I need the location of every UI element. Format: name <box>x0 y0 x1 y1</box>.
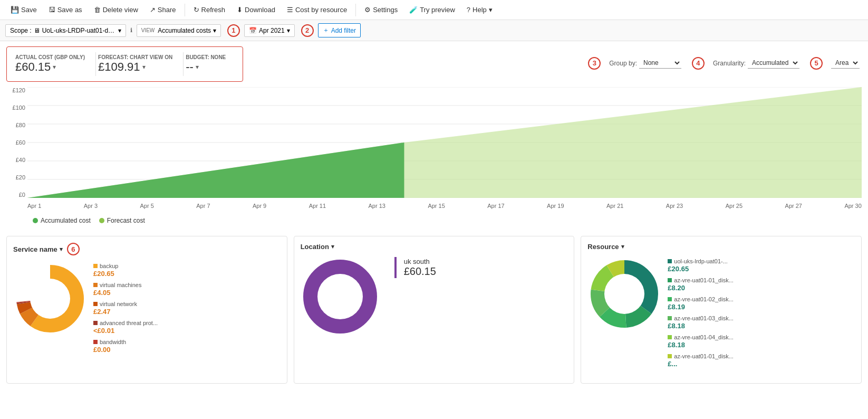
actual-cost-value: £60.15 <box>15 60 51 74</box>
actual-cost-item: ACTUAL COST (GBP ONLY) £60.15 ▾ <box>13 52 96 76</box>
list-item: virtual machines £4.05 <box>93 281 281 297</box>
help-button[interactable]: ? Help ▾ <box>461 3 498 16</box>
chart-legend: Accumulated cost Forecast cost <box>6 214 862 230</box>
refresh-icon: ↻ <box>194 6 199 14</box>
list-item: virtual network £2.47 <box>93 300 281 316</box>
resource-panel: Resource ▾ uol-uks-lrdp-uat01-... <box>581 236 862 384</box>
scope-label: Scope : <box>10 27 32 34</box>
service-panel-header[interactable]: Service name ▾ 6 <box>13 243 281 255</box>
resource-donut-chart <box>587 257 661 332</box>
flask-icon: 🧪 <box>409 6 418 14</box>
location-panel-title: Location <box>301 243 329 251</box>
location-legend: uk south £60.15 <box>386 257 436 278</box>
chevron-down-icon[interactable]: ▾ <box>142 63 146 71</box>
x-axis: Apr 1 Apr 3 Apr 5 Apr 7 Apr 9 Apr 11 Apr… <box>27 198 862 214</box>
calendar-icon: 📅 <box>249 27 257 34</box>
chart-container: £120 £100 £80 £60 £40 £20 £0 <box>0 87 868 230</box>
group-by-select[interactable]: None Resource Service <box>639 58 681 69</box>
scope-icon: 🖥 <box>34 27 40 34</box>
list-item: backup £20.65 <box>93 262 281 278</box>
scope-selector[interactable]: Scope : 🖥 UoL-uks-LRDP-uat01-dev-In ▾ <box>5 24 126 37</box>
location-panel-content: uk south £60.15 <box>301 257 568 338</box>
budget-item: BUDGET: NONE -- ▾ <box>184 52 236 76</box>
chevron-down-icon[interactable]: ▾ <box>53 63 56 71</box>
svg-point-14 <box>30 279 70 319</box>
resource-panel-title: Resource <box>587 243 619 251</box>
annotation-2: 2 <box>301 24 314 37</box>
share-button[interactable]: ↗ Share <box>144 3 181 16</box>
settings-button[interactable]: ⚙ Settings <box>359 3 403 16</box>
bottom-panels: Service name ▾ 6 backup £20.65 <box>0 230 868 390</box>
svg-marker-8 <box>27 142 404 198</box>
gear-icon: ⚙ <box>364 6 371 14</box>
annotation-5: 5 <box>810 57 823 70</box>
chevron-down-icon: ▾ <box>213 27 216 34</box>
resource-legend: uol-uks-lrdp-uat01-... £20.65 az-vre-uat… <box>668 257 855 371</box>
chevron-down-icon: ▾ <box>621 243 624 250</box>
list-item: bandwidth £0.00 <box>93 338 281 354</box>
svg-point-16 <box>317 274 363 319</box>
date-selector[interactable]: 📅 Apr 2021 ▾ <box>244 24 295 37</box>
group-by-label: Group by: <box>609 60 637 67</box>
delete-view-button[interactable]: 🗑 Delete view <box>89 3 143 16</box>
save-as-button[interactable]: 🖫 Save as <box>43 3 88 16</box>
svg-point-23 <box>604 274 644 314</box>
try-preview-button[interactable]: 🧪 Try preview <box>404 3 460 16</box>
chart-plot <box>27 87 862 198</box>
save-button[interactable]: 💾 Save <box>5 3 42 16</box>
save-as-icon: 🖫 <box>49 6 55 14</box>
annotation-4: 4 <box>692 57 705 70</box>
share-icon: ↗ <box>150 6 156 14</box>
location-panel: Location ▾ uk south £60.15 <box>294 236 575 384</box>
chart-type-select[interactable]: Area Line Bar <box>831 58 860 69</box>
annotation-6: 6 <box>67 243 80 255</box>
granularity-label: Granularity: <box>713 60 746 67</box>
location-panel-header[interactable]: Location ▾ <box>301 243 568 251</box>
chart-area: £120 £100 £80 £60 £40 £20 £0 <box>6 87 862 214</box>
resource-panel-header[interactable]: Resource ▾ <box>587 243 855 251</box>
chevron-down-icon: ▾ <box>118 27 121 34</box>
scope-bar: Scope : 🖥 UoL-uks-LRDP-uat01-dev-In ▾ ℹ … <box>0 20 868 41</box>
y-axis: £120 £100 £80 £60 £40 £20 £0 <box>6 87 27 198</box>
chevron-down-icon: ▾ <box>331 243 334 250</box>
service-panel-content: backup £20.65 virtual machines £4.05 vir… <box>13 262 281 357</box>
granularity-control: Granularity: Accumulated Daily Monthly <box>713 58 799 69</box>
service-panel: Service name ▾ 6 backup £20.65 <box>6 236 287 384</box>
annotation-1: 1 <box>227 24 240 37</box>
plus-icon: ＋ <box>323 26 329 35</box>
list-item: az-vre-uat01-01_disk... £... <box>668 352 855 368</box>
list-item: uk south £60.15 <box>394 257 436 278</box>
view-value: Accumulated costs <box>158 27 211 34</box>
add-filter-button[interactable]: ＋ Add filter <box>318 23 361 37</box>
service-panel-title: Service name <box>13 245 57 253</box>
cost-summary: ACTUAL COST (GBP ONLY) £60.15 ▾ FORECAST… <box>6 46 243 82</box>
service-legend: backup £20.65 virtual machines £4.05 vir… <box>93 262 281 357</box>
view-selector[interactable]: VIEW Accumulated costs ▾ <box>137 24 221 37</box>
location-donut-chart <box>301 257 380 338</box>
group-by-control: Group by: None Resource Service <box>609 58 681 69</box>
save-icon: 💾 <box>11 6 19 14</box>
service-donut-chart <box>13 262 87 337</box>
chevron-down-icon: ▾ <box>60 246 63 253</box>
delete-icon: 🗑 <box>94 6 101 14</box>
chart-type-control: Area Line Bar <box>831 58 860 69</box>
chevron-down-icon: ▾ <box>489 6 493 14</box>
separator-2 <box>355 4 356 16</box>
list-item: az-vre-uat01-04_disk... £8.18 <box>668 333 855 349</box>
list-item: advanced threat prot... <£0.01 <box>93 319 281 335</box>
chevron-down-icon[interactable]: ▾ <box>196 63 199 71</box>
legend-dot-forecast <box>99 218 104 223</box>
date-value: Apr 2021 <box>259 27 285 34</box>
view-info-icon: ℹ <box>130 27 132 34</box>
cost-by-resource-button[interactable]: ☰ Cost by resource <box>282 3 352 16</box>
granularity-select[interactable]: Accumulated Daily Monthly <box>748 58 799 69</box>
refresh-button[interactable]: ↻ Refresh <box>188 3 231 16</box>
list-item: az-vre-uat01-02_disk... £8.19 <box>668 295 855 311</box>
resource-panel-content: uol-uks-lrdp-uat01-... £20.65 az-vre-uat… <box>587 257 855 371</box>
scope-value: UoL-uks-LRDP-uat01-dev-In <box>42 27 116 34</box>
view-label: VIEW <box>141 27 155 33</box>
download-button[interactable]: ⬇ Download <box>232 3 281 16</box>
annotation-3: 3 <box>588 57 601 70</box>
forecast-cost-item: FORECAST: CHART VIEW ON £109.91 ▾ <box>96 52 184 76</box>
list-item: az-vre-uat01-03_disk... £8.18 <box>668 314 855 330</box>
